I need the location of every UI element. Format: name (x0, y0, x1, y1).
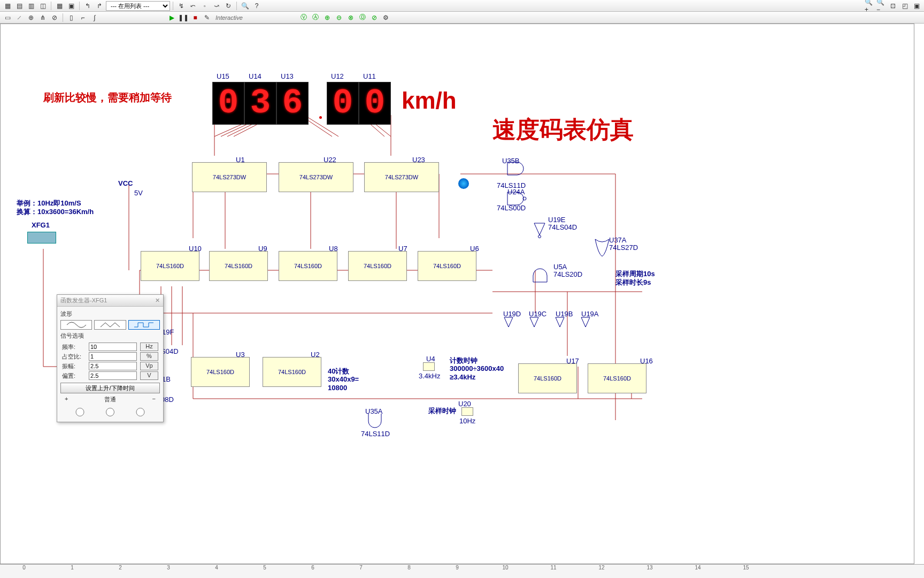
refdes: 19F (162, 328, 174, 336)
terminal-minus-radio[interactable] (125, 408, 156, 416)
zoom-fit-icon[interactable]: ⊡ (888, 1, 898, 11)
seg-digit: 0 (359, 82, 391, 125)
ruler-tick: 2 (96, 565, 144, 578)
probe-icon[interactable]: ⊗ (345, 13, 356, 22)
fgen-params: 频率: Hz 占空比: % 振幅: Vp 偏置: V (60, 342, 160, 381)
chip-U23[interactable]: 74LS273DW (364, 162, 439, 192)
zoom-sheet-icon[interactable]: ▣ (911, 1, 922, 11)
refdes: U19E (548, 216, 566, 224)
zoom-region-icon[interactable]: ◰ (899, 1, 910, 11)
chip-U17[interactable]: 74LS160D (518, 363, 577, 393)
chip-U1[interactable]: 74LS273DW (192, 162, 267, 192)
chip-U8[interactable]: 74LS160D (279, 251, 337, 281)
tb-icon[interactable]: ↻ (223, 1, 234, 11)
tb-icon[interactable]: ◦ (199, 1, 210, 11)
tb-icon[interactable]: ⤺ (188, 1, 198, 11)
tb-icon[interactable]: ◫ (37, 1, 48, 11)
app-root: ▦ ▤ ▥ ◫ ▦ ▣ ↰ ↱ --- 在用列表 --- ↯ ⤺ ◦ ⤻ ↻ 🔍… (0, 0, 924, 578)
pause-button[interactable]: ❚❚ (178, 13, 189, 22)
terminal-common-radio[interactable] (95, 408, 126, 416)
duty-label: 占空比: (60, 352, 87, 361)
count-note: 10800 (328, 384, 347, 392)
tb-icon[interactable]: ▤ (14, 1, 25, 11)
tb-icon[interactable]: ↯ (176, 1, 187, 11)
toolbar-1: ▦ ▤ ▥ ◫ ▦ ▣ ↰ ↱ --- 在用列表 --- ↯ ⤺ ◦ ⤻ ↻ 🔍… (0, 0, 924, 12)
chip-U9[interactable]: 74LS160D (209, 251, 268, 281)
tb-icon[interactable]: ↱ (94, 1, 105, 11)
probe-icon[interactable]: Ⓥ (298, 13, 309, 22)
ruler-tick: 11 (529, 565, 578, 578)
tb-icon[interactable]: ▯ (66, 13, 76, 22)
tb-icon[interactable]: ▭ (2, 13, 13, 22)
fgen-titlebar[interactable]: 函数发生器-XFG1 ✕ (57, 295, 163, 307)
chip-U2[interactable]: 74LS160D (263, 357, 321, 387)
duty-input[interactable] (89, 352, 137, 361)
search-icon[interactable]: 🔍 (240, 1, 250, 11)
clock-U4[interactable] (423, 362, 435, 371)
canvas-area[interactable]: U15 U14 U13 U12 U11 0 3 6 0 0 km/h 速度码表仿… (0, 24, 914, 564)
example-note: 换算：10x3600=36Km/h (17, 207, 94, 217)
seg-digit: 3 (244, 82, 276, 125)
zoom-in-icon[interactable]: 🔍+ (864, 1, 875, 11)
probe-icon[interactable]: Ⓐ (310, 13, 321, 22)
chip-U6[interactable]: 74LS160D (418, 251, 476, 281)
ruler-tick: 9 (433, 565, 481, 578)
tb-icon[interactable]: ⊕ (26, 13, 36, 22)
chip-U3[interactable]: 74LS160D (191, 357, 250, 387)
terminal-plus-radio[interactable] (65, 408, 95, 416)
decimal-dot (319, 116, 322, 119)
chip-part: 74LS273DW (385, 174, 418, 180)
tb-icon[interactable]: ▥ (26, 1, 36, 11)
run-button[interactable]: ▶ (166, 13, 177, 22)
chip-U10[interactable]: 74LS160D (141, 251, 199, 281)
function-generator-panel[interactable]: 函数发生器-XFG1 ✕ 波形 信号选项 频率: Hz 占空比: % (57, 294, 164, 422)
chip-part: 74LS160D (603, 375, 631, 382)
schematic-canvas[interactable]: U15 U14 U13 U12 U11 0 3 6 0 0 km/h 速度码表仿… (1, 24, 914, 564)
gear-icon[interactable]: ⚙ (381, 13, 391, 22)
xfg-instrument[interactable] (27, 232, 56, 244)
ruler-tick: 8 (385, 565, 433, 578)
amp-input[interactable] (89, 362, 137, 370)
stop-button[interactable]: ■ (190, 13, 201, 22)
tb-icon[interactable]: ⟋ (14, 13, 25, 22)
probe-icon[interactable]: ⊖ (334, 13, 344, 22)
chip-part: 74LS160D (156, 263, 184, 269)
probe-icon[interactable]: ⊕ (322, 13, 333, 22)
probe-icon[interactable]: ⊘ (369, 13, 380, 22)
chip-part: 74LS160D (278, 369, 306, 375)
help-icon[interactable]: ? (251, 1, 262, 11)
wave-sine-button[interactable] (60, 320, 92, 330)
chip-U7[interactable]: 74LS160D (348, 251, 407, 281)
chip-U16[interactable]: 74LS160D (588, 363, 646, 393)
rise-fall-button[interactable]: 设置上升/下降时间 (60, 383, 160, 393)
tb-icon[interactable]: ∫ (89, 13, 100, 22)
tb-icon[interactable]: ⋔ (37, 13, 48, 22)
chip-part: 74LS160D (364, 263, 391, 269)
wave-triangle-button[interactable] (94, 320, 126, 330)
separator (79, 2, 80, 10)
probe-icon[interactable]: Ⓓ (357, 13, 368, 22)
tb-icon[interactable]: ▦ (54, 1, 65, 11)
vcc-label: VCC (118, 179, 133, 187)
tb-icon[interactable]: ↰ (82, 1, 93, 11)
gate-part: 74LS20D (553, 270, 582, 278)
close-icon[interactable]: ✕ (155, 297, 160, 304)
tb-icon[interactable]: ▦ (2, 1, 13, 11)
tb-icon[interactable]: ⤻ (211, 1, 222, 11)
zoom-out-icon[interactable]: 🔍− (876, 1, 887, 11)
seg-group-right: 0 0 (327, 82, 391, 125)
inuse-combo[interactable]: --- 在用列表 --- (106, 1, 170, 11)
tb-icon[interactable]: ▣ (66, 1, 76, 11)
offset-input[interactable] (89, 371, 137, 380)
wave-square-button[interactable] (128, 320, 160, 330)
freq-input[interactable] (89, 343, 137, 351)
5v-label: 5V (134, 189, 143, 197)
clock-U20[interactable] (461, 407, 473, 416)
tb-icon[interactable]: ⊘ (49, 13, 60, 22)
terminal-common: 普通 (104, 396, 116, 404)
chip-U22[interactable]: 74LS273DW (279, 162, 353, 192)
seg-value: 0 (365, 84, 385, 123)
wand-icon[interactable]: ✎ (202, 13, 212, 22)
tb-icon[interactable]: ⌐ (78, 13, 88, 22)
title-main: 速度码表仿真 (492, 114, 634, 146)
